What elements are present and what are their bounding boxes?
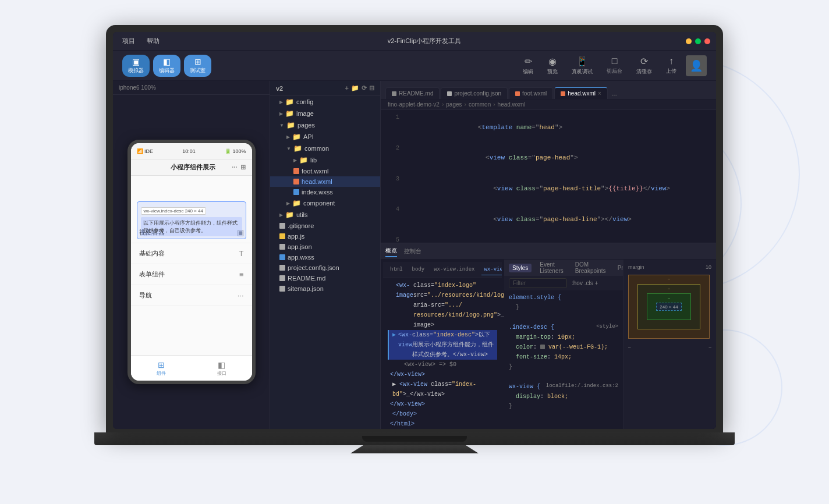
elem-body[interactable]: body <box>410 264 427 275</box>
device-debug-action[interactable]: 📱 真机调试 <box>567 54 597 78</box>
bottom-tab-overview[interactable]: 概览 <box>385 246 397 257</box>
code-content[interactable]: 1 <template name="head"> 2 <view class="… <box>381 110 716 243</box>
bm-padding-top: – <box>668 296 670 300</box>
js-icon <box>279 233 285 239</box>
refresh-btn[interactable]: ⟳ <box>362 84 367 92</box>
phone-nav-item-3[interactable]: 导航 ··· <box>131 285 252 306</box>
new-file-btn[interactable]: + <box>345 84 349 92</box>
tree-item-app-js[interactable]: app.js <box>270 231 380 242</box>
css-rule-index-desc: .index-desc { <style> margin-top: 10px; … <box>509 322 618 372</box>
tree-item-sitemap[interactable]: sitemap.json <box>270 283 380 294</box>
line-number: 1 <box>385 112 399 122</box>
bottom-nav-icon-0: ⊞ <box>158 360 165 370</box>
tree-item-foot-wxml[interactable]: foot.wxml <box>270 166 380 176</box>
breadcrumb-part-0: fino-applet-demo-v2 <box>388 101 440 108</box>
styles-tab-styles[interactable]: Styles <box>509 264 532 272</box>
titlebar: 项目 帮助 v2-FinClip小程序开发工具 <box>113 32 716 51</box>
folder-icon: 📁 <box>285 211 294 219</box>
tab-readme[interactable]: README.md <box>385 87 440 99</box>
edit-action[interactable]: ✏ 编辑 <box>518 54 538 78</box>
minimize-btn[interactable] <box>686 38 692 44</box>
tree-item-head-wxml[interactable]: head.wxml <box>270 176 380 187</box>
tree-item-lib[interactable]: ▶ 📁 lib <box>270 154 380 166</box>
collapse-btn[interactable]: ⊟ <box>369 84 374 92</box>
menu-project[interactable]: 项目 <box>119 36 139 47</box>
tree-item-config[interactable]: ▶ 📁 config <box>270 96 380 108</box>
menu-icon[interactable]: ⊞ <box>240 164 246 171</box>
tree-item-common[interactable]: ▼ 📁 common <box>270 143 380 154</box>
user-avatar[interactable]: 👤 <box>686 55 707 76</box>
menu-help[interactable]: 帮助 <box>143 36 163 47</box>
signal-icon: 📶 IDE <box>137 148 154 154</box>
bottom-tab-console[interactable]: 控制台 <box>404 246 421 257</box>
bottom-panel: 概览 控制台 html body wx-view.index <box>381 243 716 429</box>
file-tree-panel: v2 + 📁 ⟳ ⊟ ▶ 📁 config <box>270 81 381 429</box>
tree-item-pages[interactable]: ▼ 📁 pages <box>270 119 380 131</box>
mode-buttons: ▣ 模拟器 ◧ 编辑器 ⊞ 测试室 <box>122 55 211 77</box>
maximize-btn[interactable] <box>695 38 701 44</box>
phone-bottom-item-1[interactable]: ◧ 接口 <box>217 360 226 377</box>
elem-wx-view-index[interactable]: wx-view.index <box>431 264 477 275</box>
html-code: </html> <box>390 419 414 429</box>
elem-html[interactable]: html <box>388 264 405 275</box>
tree-item-index-wxss[interactable]: index.wxss <box>270 187 380 197</box>
tree-item-component[interactable]: ▶ 📁 component <box>270 197 380 209</box>
styles-panel: Styles Event Listeners DOM Breakpoints P… <box>504 260 623 429</box>
css-source[interactable]: localfile:/.index.css:2 <box>546 382 618 391</box>
styles-tab-properties[interactable]: Properties <box>614 264 623 272</box>
testroom-btn[interactable]: ⊞ 测试室 <box>184 55 211 77</box>
styles-tab-event-listeners[interactable]: Event Listeners <box>536 260 567 275</box>
tree-item-project-config[interactable]: project.config.json <box>270 262 380 273</box>
bottom-content: html body wx-view.index wx-view.index-hd… <box>381 260 716 429</box>
box-model-area: margin 10 – – <box>623 260 716 429</box>
bottom-tabs-bar: 概览 控制台 <box>381 243 716 260</box>
bottom-nav-icon-1: ◧ <box>218 360 225 370</box>
highlight-element-text: 以下用展示小程序方组件能力，组件样式仅供参考，自己设供参考。 <box>141 217 242 236</box>
preview-action[interactable]: ◉ 预览 <box>543 54 562 78</box>
tree-item-image[interactable]: ▶ 📁 image <box>270 108 380 119</box>
tree-item-gitignore[interactable]: .gitignore <box>270 221 380 231</box>
tree-item-readme[interactable]: README.md <box>270 273 380 283</box>
tree-item-app-json[interactable]: app.json <box>270 242 380 252</box>
tree-item-api[interactable]: ▶ 📁 API <box>270 131 380 143</box>
more-icon[interactable]: ··· <box>232 164 237 171</box>
tab-head-wxml[interactable]: head.wxml × <box>554 87 608 99</box>
json-icon <box>279 244 285 250</box>
simulator-btn[interactable]: ▣ 模拟器 <box>122 55 150 77</box>
device-info: iphone6 100% <box>119 84 156 91</box>
line-marker <box>390 281 396 330</box>
tree-item-app-wxss[interactable]: app.wxss <box>270 252 380 262</box>
background-action[interactable]: □ 切后台 <box>602 54 627 77</box>
phone-bottom-item-0[interactable]: ⊞ 组件 <box>157 360 166 377</box>
css-value: 10px; <box>558 334 575 340</box>
new-folder-btn[interactable]: 📁 <box>351 84 359 92</box>
tab-foot-wxml[interactable]: foot.wxml <box>509 87 553 99</box>
pseudo-class-btn[interactable]: :hov .cls + <box>572 280 598 286</box>
styles-tabs: Styles Event Listeners DOM Breakpoints P… <box>504 260 623 276</box>
css-prop-display: display: block; <box>509 392 618 402</box>
tree-root-label: v2 <box>276 85 283 92</box>
css-source[interactable]: <style> <box>596 322 618 331</box>
tree-item-utils[interactable]: ▶ 📁 utils <box>270 209 380 221</box>
tab-close-icon[interactable]: × <box>598 90 601 97</box>
phone-frame: 📶 IDE 10:01 🔋 100% 小程序组件展示 ··· ⊞ <box>127 140 256 384</box>
tree-actions: + 📁 ⟳ ⊟ <box>345 84 374 92</box>
breadcrumb-sep-1: › <box>465 101 466 108</box>
preview-icon: ◉ <box>548 56 557 67</box>
close-btn[interactable] <box>704 38 710 44</box>
box-model-diagram: – – – 240 × 44 <box>628 275 710 339</box>
phone-nav-item-2[interactable]: 表单组件 ≡ <box>131 264 252 285</box>
more-tabs-btn[interactable]: ··· <box>611 91 617 99</box>
laptop-shell: 项目 帮助 v2-FinClip小程序开发工具 ▣ 模拟器 ◧ <box>94 25 735 479</box>
styles-filter-input[interactable] <box>509 278 567 288</box>
nav-item-icon-1: T <box>239 249 244 258</box>
clear-cache-action[interactable]: ⟳ 清缓存 <box>632 54 657 78</box>
phone-nav-item-1[interactable]: 基础内容 T <box>131 243 252 264</box>
tab-project-config[interactable]: project.config.json <box>441 87 508 99</box>
json-icon <box>279 286 285 292</box>
elem-wx-view-index-hd[interactable]: wx-view.index-hd <box>481 264 502 275</box>
editor-btn[interactable]: ◧ 编辑器 <box>153 55 180 77</box>
upload-action[interactable]: ↑ 上传 <box>661 54 681 77</box>
nav-item-label-3: 导航 <box>139 291 152 300</box>
styles-tab-dom-breakpoints[interactable]: DOM Breakpoints <box>572 260 610 275</box>
